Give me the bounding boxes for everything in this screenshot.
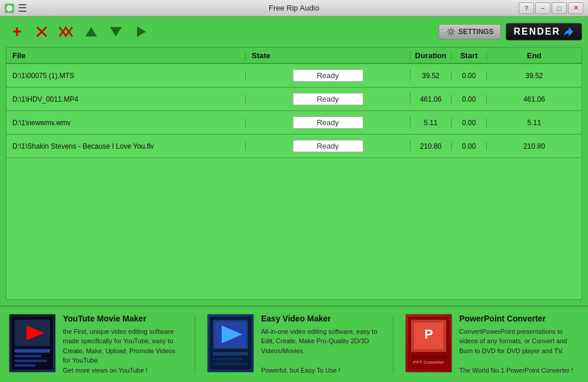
row-file: D:\1\Shakin Stevens - Because I Love You…: [6, 142, 246, 150]
row-end: 39.52: [487, 72, 582, 80]
ad-desc-youtube: the First, unique video editing software…: [63, 327, 183, 376]
svg-rect-29: [411, 355, 446, 358]
ad-content-youtube: YouTute Movie Maker the First, unique vi…: [63, 314, 183, 376]
file-table: File State Duration Start End D:\1\00075…: [6, 47, 582, 300]
svg-marker-9: [137, 26, 146, 37]
state-badge: Ready: [293, 116, 363, 129]
svg-text:P: P: [425, 327, 433, 341]
col-header-state: State: [246, 51, 410, 60]
ad-title-youtube: YouTute Movie Maker: [63, 314, 183, 323]
ad-divider-2: [393, 315, 393, 374]
app-title: Free Rip Audio: [269, 4, 319, 12]
ads-area: YouTute Movie Maker the First, unique vi…: [0, 306, 588, 382]
ad-easy-video-maker[interactable]: Easy Video Maker All-in-one video editin…: [207, 314, 381, 376]
move-up-button[interactable]: [80, 21, 102, 43]
svg-rect-24: [213, 363, 248, 365]
svg-rect-15: [15, 355, 41, 357]
title-bar: ☰ Free Rip Audio ? − □ ✕: [0, 0, 588, 16]
ad-content-ppt: PowerPoint Converter ConvertPowerPoint p…: [459, 314, 579, 376]
render-button[interactable]: RENDER: [506, 23, 582, 41]
remove-all-icon: [58, 25, 75, 39]
settings-label: SETTINGS: [458, 28, 493, 36]
move-down-button[interactable]: [105, 21, 127, 43]
play-icon: [133, 25, 148, 39]
main-area: File State Duration Start End D:\1\00075…: [0, 47, 588, 306]
ad-powerpoint-converter[interactable]: P PPT Converter PowerPoint Converter Con…: [405, 314, 579, 376]
row-file: D:\1\HDV_0011.MP4: [6, 95, 246, 103]
ad-thumbnail-ppt: P PPT Converter: [405, 314, 452, 373]
add-button[interactable]: +: [6, 21, 28, 43]
row-start: 0.00: [452, 142, 487, 150]
row-start: 0.00: [452, 95, 487, 103]
table-row[interactable]: D:\1\00075 (1).MTS Ready 39.52 0.00 39.5…: [6, 64, 582, 88]
remove-button[interactable]: [31, 21, 53, 43]
render-label: RENDER: [513, 26, 560, 37]
row-duration: 39.52: [410, 72, 452, 80]
col-header-start: Start: [452, 51, 487, 60]
row-end: 210.80: [487, 142, 582, 150]
maximize-button[interactable]: □: [552, 2, 567, 14]
table-row[interactable]: D:\1\Shakin Stevens - Because I Love You…: [6, 135, 582, 158]
ad-desc-ppt: ConvertPowerPoint presentations to video…: [459, 327, 579, 376]
col-header-end: End: [487, 51, 582, 60]
row-start: 0.00: [452, 72, 487, 80]
ad-content-video: Easy Video Maker All-in-one video editin…: [261, 314, 381, 376]
col-header-duration: Duration: [410, 51, 452, 60]
svg-text:PPT Converter: PPT Converter: [413, 360, 445, 365]
svg-rect-23: [213, 358, 242, 360]
row-duration: 461.06: [410, 95, 452, 103]
remove-all-button[interactable]: [55, 21, 78, 43]
table-header: File State Duration Start End: [6, 48, 582, 64]
row-state: Ready: [246, 93, 410, 105]
toolbar: + SETTI: [0, 16, 588, 47]
col-header-file: File: [6, 51, 246, 60]
table-row[interactable]: D:\1\newwmv.wmv Ready 5.11 0.00 5.11: [6, 111, 582, 135]
state-badge: Ready: [293, 140, 363, 152]
svg-marker-8: [110, 27, 122, 36]
help-button[interactable]: ?: [519, 2, 534, 14]
move-down-icon: [109, 25, 123, 39]
menu-icon[interactable]: ☰: [18, 2, 27, 15]
settings-button[interactable]: SETTINGS: [439, 24, 501, 39]
svg-rect-22: [213, 352, 248, 356]
row-duration: 210.80: [410, 142, 452, 150]
close-button[interactable]: ✕: [568, 2, 583, 14]
ad-thumbnail-video: [207, 314, 254, 373]
row-end: 5.11: [487, 119, 582, 127]
ad-thumbnail-youtube: [9, 314, 56, 373]
row-state: Ready: [246, 116, 410, 129]
app-icon: [5, 4, 14, 13]
ad-divider-1: [195, 315, 195, 374]
row-file: D:\1\00075 (1).MTS: [6, 72, 246, 80]
table-row[interactable]: D:\1\HDV_0011.MP4 Ready 461.06 0.00 461.…: [6, 88, 582, 111]
svg-rect-17: [15, 364, 35, 367]
move-up-icon: [84, 25, 98, 39]
render-icon: [563, 26, 574, 38]
svg-point-10: [449, 30, 453, 33]
ad-title-ppt: PowerPoint Converter: [459, 314, 579, 323]
svg-rect-16: [15, 360, 47, 362]
state-badge: Ready: [293, 69, 363, 82]
remove-icon: [35, 25, 49, 39]
row-state: Ready: [246, 140, 410, 152]
row-start: 0.00: [452, 119, 487, 127]
minimize-button[interactable]: −: [535, 2, 550, 14]
row-end: 461.06: [487, 95, 582, 103]
add-icon: +: [12, 22, 22, 41]
ad-youtube-movie-maker[interactable]: YouTute Movie Maker the First, unique vi…: [9, 314, 183, 376]
svg-marker-7: [85, 27, 97, 36]
state-badge: Ready: [293, 93, 363, 105]
svg-rect-14: [15, 349, 50, 353]
gear-icon: [446, 27, 456, 36]
play-button[interactable]: [129, 21, 152, 43]
svg-point-0: [6, 5, 12, 11]
window-controls: ? − □ ✕: [519, 2, 583, 14]
row-duration: 5.11: [410, 119, 452, 127]
ad-title-video: Easy Video Maker: [261, 314, 381, 323]
ad-desc-video: All-in-one video editing software, easy …: [261, 327, 381, 376]
row-state: Ready: [246, 69, 410, 82]
toolbar-right: SETTINGS RENDER: [439, 23, 582, 41]
row-file: D:\1\newwmv.wmv: [6, 119, 246, 127]
